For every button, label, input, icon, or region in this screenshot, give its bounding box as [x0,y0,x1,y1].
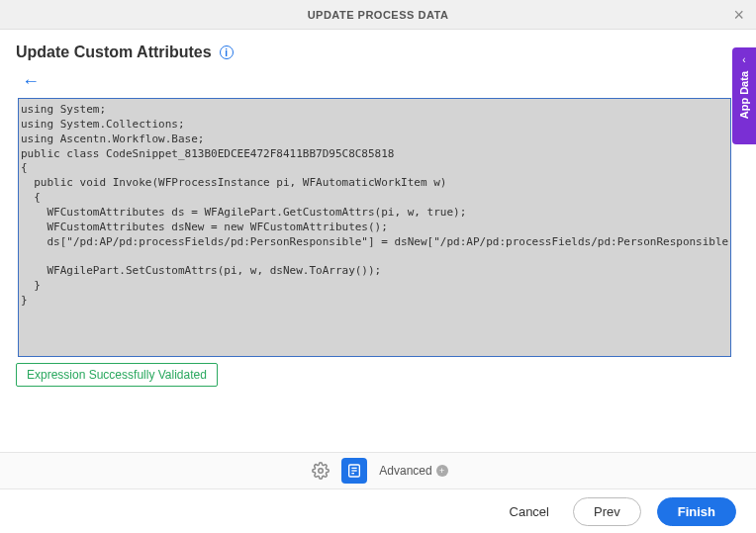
validation-status: Expression Successfully Validated [16,363,218,387]
section-header: Update Custom Attributes i [16,44,740,61]
gear-icon[interactable] [308,458,333,484]
chevron-left-icon: ‹ [742,55,745,65]
app-data-label: App Data [738,71,750,119]
svg-point-0 [319,469,324,474]
close-icon[interactable]: × [733,4,744,25]
modal-title: UPDATE PROCESS DATA [308,9,449,21]
advanced-label-text: Advanced [379,464,431,478]
app-data-panel-tab[interactable]: ‹ App Data [732,47,756,144]
plus-icon: + [436,465,448,477]
section-title: Update Custom Attributes [16,44,212,61]
advanced-toggle[interactable]: Advanced + [379,464,447,478]
cancel-button[interactable]: Cancel [510,504,549,519]
modal-header: UPDATE PROCESS DATA × [0,0,756,30]
finish-button[interactable]: Finish [657,497,736,526]
prev-button[interactable]: Prev [573,497,641,526]
content-area: Update Custom Attributes i ← using Syste… [0,30,756,387]
code-editor[interactable]: using System; using System.Collections; … [18,98,731,357]
footer-toolbar: Advanced + [0,452,756,489]
footer-actions: Cancel Prev Finish [0,489,756,533]
form-view-icon[interactable] [341,458,367,484]
info-icon[interactable]: i [220,45,234,59]
back-arrow-icon[interactable]: ← [22,71,40,92]
